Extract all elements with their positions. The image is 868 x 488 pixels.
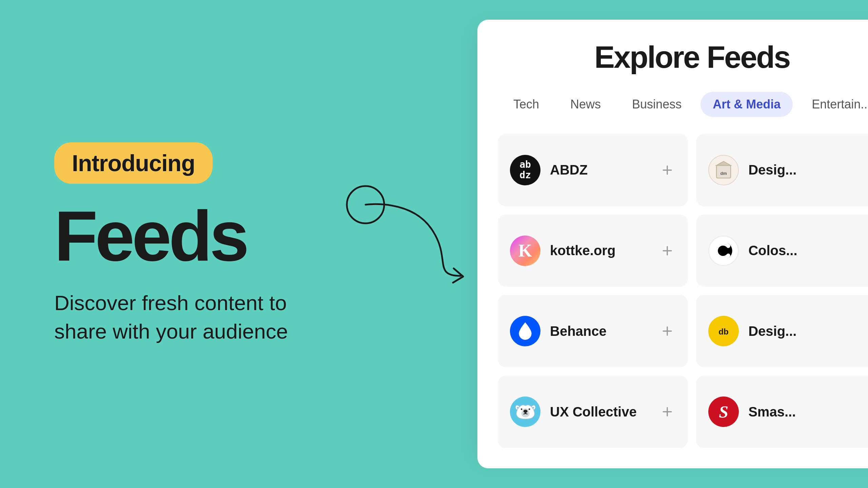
introducing-label: Introducing	[72, 150, 195, 176]
add-feed-ux[interactable]	[659, 403, 676, 420]
feed-logo-abdz: abdz	[510, 155, 540, 185]
feed-card-abdz: abdz ABDZ	[498, 134, 688, 206]
subtitle-line2: share with your audience	[54, 320, 288, 343]
panel-title: Explore Feeds	[498, 40, 868, 75]
feed-name-smash: Smas...	[748, 404, 868, 420]
feed-name-colossal: Colos...	[748, 243, 868, 258]
feed-card-db: db Desig...	[696, 295, 868, 367]
left-section: Introducing Feeds Discover fresh content…	[0, 0, 477, 488]
add-feed-kottke[interactable]	[659, 242, 676, 259]
tab-entertainment[interactable]: Entertain...	[800, 92, 868, 117]
tab-news[interactable]: News	[558, 92, 613, 117]
right-section: Explore Feeds Tech News Business Art & M…	[477, 0, 868, 488]
add-feed-abdz[interactable]	[659, 162, 676, 179]
panel-card: Explore Feeds Tech News Business Art & M…	[477, 20, 868, 469]
feeds-grid: abdz ABDZ	[498, 134, 868, 448]
tab-art-media[interactable]: Art & Media	[701, 92, 793, 117]
feed-logo-behance	[510, 316, 540, 346]
feed-logo-kottke: K	[510, 236, 540, 266]
feed-name-behance: Behance	[550, 324, 649, 339]
feed-logo-db: db	[708, 316, 739, 346]
subtitle: Discover fresh content to share with you…	[54, 289, 319, 345]
arrow-container	[345, 184, 488, 293]
feed-name-abdz: ABDZ	[550, 162, 649, 178]
feed-logo-ux: 🐻‍❄️	[510, 396, 540, 427]
feed-logo-smash: S	[708, 396, 739, 427]
feed-card-design-milk: dm Desig...	[696, 134, 868, 206]
tab-tech[interactable]: Tech	[501, 92, 551, 117]
feed-card-smash: S Smas...	[696, 375, 868, 448]
introducing-badge: Introducing	[54, 142, 213, 184]
main-container: Introducing Feeds Discover fresh content…	[0, 0, 868, 488]
feed-name-ux: UX Collective	[550, 404, 649, 420]
decorative-arrow	[345, 184, 488, 293]
feed-name-db: Desig...	[748, 324, 868, 339]
tabs-row: Tech News Business Art & Media Entertain…	[498, 92, 868, 117]
subtitle-line1: Discover fresh content to	[54, 291, 287, 314]
feed-name-kottke: kottke.org	[550, 243, 649, 258]
feed-logo-dm: dm	[708, 155, 739, 185]
feed-card-behance: Behance	[498, 295, 688, 367]
feed-card-kottke: K kottke.org	[498, 215, 688, 287]
svg-text:dm: dm	[721, 171, 727, 176]
add-feed-behance[interactable]	[659, 323, 676, 340]
tab-business[interactable]: Business	[620, 92, 694, 117]
feed-card-ux: 🐻‍❄️ UX Collective	[498, 375, 688, 448]
feed-card-colossal: Colos...	[696, 215, 868, 287]
feed-logo-colossal	[708, 236, 739, 266]
svg-marker-4	[716, 161, 731, 165]
feed-name-dm: Desig...	[748, 162, 868, 178]
svg-text:db: db	[718, 327, 728, 336]
